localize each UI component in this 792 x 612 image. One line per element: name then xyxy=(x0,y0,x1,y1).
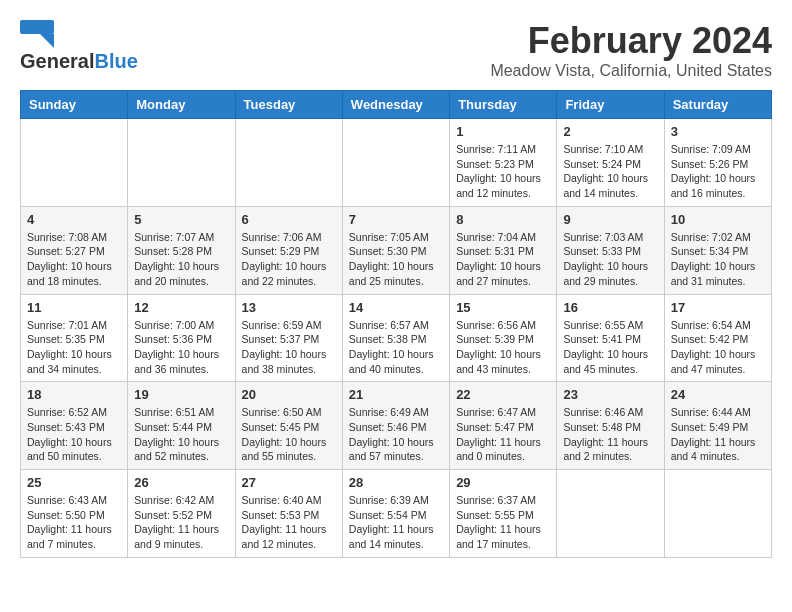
day-number: 28 xyxy=(349,475,443,490)
day-number: 20 xyxy=(242,387,336,402)
calendar-cell: 14Sunrise: 6:57 AM Sunset: 5:38 PM Dayli… xyxy=(342,294,449,382)
calendar-week-row: 25Sunrise: 6:43 AM Sunset: 5:50 PM Dayli… xyxy=(21,470,772,558)
calendar-week-row: 4Sunrise: 7:08 AM Sunset: 5:27 PM Daylig… xyxy=(21,206,772,294)
calendar-cell: 16Sunrise: 6:55 AM Sunset: 5:41 PM Dayli… xyxy=(557,294,664,382)
calendar-cell xyxy=(21,119,128,207)
day-number: 13 xyxy=(242,300,336,315)
day-info: Sunrise: 7:06 AM Sunset: 5:29 PM Dayligh… xyxy=(242,230,336,289)
day-info: Sunrise: 7:10 AM Sunset: 5:24 PM Dayligh… xyxy=(563,142,657,201)
day-info: Sunrise: 7:08 AM Sunset: 5:27 PM Dayligh… xyxy=(27,230,121,289)
day-info: Sunrise: 6:39 AM Sunset: 5:54 PM Dayligh… xyxy=(349,493,443,552)
day-info: Sunrise: 6:50 AM Sunset: 5:45 PM Dayligh… xyxy=(242,405,336,464)
calendar-cell xyxy=(342,119,449,207)
weekday-header: Saturday xyxy=(664,91,771,119)
calendar-header-row: SundayMondayTuesdayWednesdayThursdayFrid… xyxy=(21,91,772,119)
calendar-cell: 22Sunrise: 6:47 AM Sunset: 5:47 PM Dayli… xyxy=(450,382,557,470)
weekday-header: Thursday xyxy=(450,91,557,119)
day-info: Sunrise: 7:02 AM Sunset: 5:34 PM Dayligh… xyxy=(671,230,765,289)
day-info: Sunrise: 7:05 AM Sunset: 5:30 PM Dayligh… xyxy=(349,230,443,289)
weekday-header: Tuesday xyxy=(235,91,342,119)
day-number: 19 xyxy=(134,387,228,402)
calendar-cell: 7Sunrise: 7:05 AM Sunset: 5:30 PM Daylig… xyxy=(342,206,449,294)
calendar-cell: 3Sunrise: 7:09 AM Sunset: 5:26 PM Daylig… xyxy=(664,119,771,207)
logo-general: General xyxy=(20,50,94,73)
calendar-cell: 24Sunrise: 6:44 AM Sunset: 5:49 PM Dayli… xyxy=(664,382,771,470)
logo-blue: Blue xyxy=(94,50,137,73)
calendar-cell: 2Sunrise: 7:10 AM Sunset: 5:24 PM Daylig… xyxy=(557,119,664,207)
day-info: Sunrise: 6:52 AM Sunset: 5:43 PM Dayligh… xyxy=(27,405,121,464)
day-number: 12 xyxy=(134,300,228,315)
weekday-header: Friday xyxy=(557,91,664,119)
day-number: 9 xyxy=(563,212,657,227)
day-info: Sunrise: 7:09 AM Sunset: 5:26 PM Dayligh… xyxy=(671,142,765,201)
day-info: Sunrise: 6:37 AM Sunset: 5:55 PM Dayligh… xyxy=(456,493,550,552)
calendar-cell: 20Sunrise: 6:50 AM Sunset: 5:45 PM Dayli… xyxy=(235,382,342,470)
day-info: Sunrise: 6:56 AM Sunset: 5:39 PM Dayligh… xyxy=(456,318,550,377)
day-number: 7 xyxy=(349,212,443,227)
calendar-cell: 11Sunrise: 7:01 AM Sunset: 5:35 PM Dayli… xyxy=(21,294,128,382)
calendar-cell: 6Sunrise: 7:06 AM Sunset: 5:29 PM Daylig… xyxy=(235,206,342,294)
calendar-cell: 17Sunrise: 6:54 AM Sunset: 5:42 PM Dayli… xyxy=(664,294,771,382)
calendar-cell: 27Sunrise: 6:40 AM Sunset: 5:53 PM Dayli… xyxy=(235,470,342,558)
day-number: 18 xyxy=(27,387,121,402)
day-info: Sunrise: 6:54 AM Sunset: 5:42 PM Dayligh… xyxy=(671,318,765,377)
location-title: Meadow Vista, California, United States xyxy=(490,62,772,80)
calendar-cell: 5Sunrise: 7:07 AM Sunset: 5:28 PM Daylig… xyxy=(128,206,235,294)
day-info: Sunrise: 6:43 AM Sunset: 5:50 PM Dayligh… xyxy=(27,493,121,552)
day-number: 17 xyxy=(671,300,765,315)
day-info: Sunrise: 7:04 AM Sunset: 5:31 PM Dayligh… xyxy=(456,230,550,289)
day-number: 4 xyxy=(27,212,121,227)
calendar-week-row: 11Sunrise: 7:01 AM Sunset: 5:35 PM Dayli… xyxy=(21,294,772,382)
day-number: 5 xyxy=(134,212,228,227)
day-number: 1 xyxy=(456,124,550,139)
day-info: Sunrise: 6:55 AM Sunset: 5:41 PM Dayligh… xyxy=(563,318,657,377)
day-number: 25 xyxy=(27,475,121,490)
calendar-cell: 15Sunrise: 6:56 AM Sunset: 5:39 PM Dayli… xyxy=(450,294,557,382)
page-header: General Blue February 2024 Meadow Vista,… xyxy=(20,20,772,80)
day-info: Sunrise: 6:42 AM Sunset: 5:52 PM Dayligh… xyxy=(134,493,228,552)
svg-rect-0 xyxy=(20,20,54,34)
day-number: 2 xyxy=(563,124,657,139)
calendar-cell xyxy=(664,470,771,558)
calendar-cell xyxy=(128,119,235,207)
day-number: 29 xyxy=(456,475,550,490)
calendar-cell: 26Sunrise: 6:42 AM Sunset: 5:52 PM Dayli… xyxy=(128,470,235,558)
day-info: Sunrise: 6:40 AM Sunset: 5:53 PM Dayligh… xyxy=(242,493,336,552)
day-number: 10 xyxy=(671,212,765,227)
weekday-header: Wednesday xyxy=(342,91,449,119)
calendar-cell: 18Sunrise: 6:52 AM Sunset: 5:43 PM Dayli… xyxy=(21,382,128,470)
weekday-header: Sunday xyxy=(21,91,128,119)
day-info: Sunrise: 7:00 AM Sunset: 5:36 PM Dayligh… xyxy=(134,318,228,377)
calendar-cell: 8Sunrise: 7:04 AM Sunset: 5:31 PM Daylig… xyxy=(450,206,557,294)
calendar-week-row: 1Sunrise: 7:11 AM Sunset: 5:23 PM Daylig… xyxy=(21,119,772,207)
title-area: February 2024 Meadow Vista, California, … xyxy=(490,20,772,80)
weekday-header: Monday xyxy=(128,91,235,119)
calendar-week-row: 18Sunrise: 6:52 AM Sunset: 5:43 PM Dayli… xyxy=(21,382,772,470)
calendar-cell xyxy=(235,119,342,207)
day-number: 8 xyxy=(456,212,550,227)
calendar-cell: 25Sunrise: 6:43 AM Sunset: 5:50 PM Dayli… xyxy=(21,470,128,558)
calendar-cell: 1Sunrise: 7:11 AM Sunset: 5:23 PM Daylig… xyxy=(450,119,557,207)
calendar-cell: 12Sunrise: 7:00 AM Sunset: 5:36 PM Dayli… xyxy=(128,294,235,382)
day-info: Sunrise: 6:51 AM Sunset: 5:44 PM Dayligh… xyxy=(134,405,228,464)
day-number: 24 xyxy=(671,387,765,402)
calendar-cell xyxy=(557,470,664,558)
day-info: Sunrise: 6:49 AM Sunset: 5:46 PM Dayligh… xyxy=(349,405,443,464)
calendar-cell: 13Sunrise: 6:59 AM Sunset: 5:37 PM Dayli… xyxy=(235,294,342,382)
day-info: Sunrise: 6:57 AM Sunset: 5:38 PM Dayligh… xyxy=(349,318,443,377)
day-number: 15 xyxy=(456,300,550,315)
calendar-cell: 28Sunrise: 6:39 AM Sunset: 5:54 PM Dayli… xyxy=(342,470,449,558)
day-info: Sunrise: 6:47 AM Sunset: 5:47 PM Dayligh… xyxy=(456,405,550,464)
day-info: Sunrise: 7:03 AM Sunset: 5:33 PM Dayligh… xyxy=(563,230,657,289)
day-number: 23 xyxy=(563,387,657,402)
day-number: 27 xyxy=(242,475,336,490)
calendar-table: SundayMondayTuesdayWednesdayThursdayFrid… xyxy=(20,90,772,558)
calendar-cell: 19Sunrise: 6:51 AM Sunset: 5:44 PM Dayli… xyxy=(128,382,235,470)
day-info: Sunrise: 7:11 AM Sunset: 5:23 PM Dayligh… xyxy=(456,142,550,201)
calendar-cell: 4Sunrise: 7:08 AM Sunset: 5:27 PM Daylig… xyxy=(21,206,128,294)
day-info: Sunrise: 7:07 AM Sunset: 5:28 PM Dayligh… xyxy=(134,230,228,289)
day-info: Sunrise: 6:44 AM Sunset: 5:49 PM Dayligh… xyxy=(671,405,765,464)
calendar-cell: 23Sunrise: 6:46 AM Sunset: 5:48 PM Dayli… xyxy=(557,382,664,470)
day-number: 21 xyxy=(349,387,443,402)
logo: General Blue xyxy=(20,20,138,73)
